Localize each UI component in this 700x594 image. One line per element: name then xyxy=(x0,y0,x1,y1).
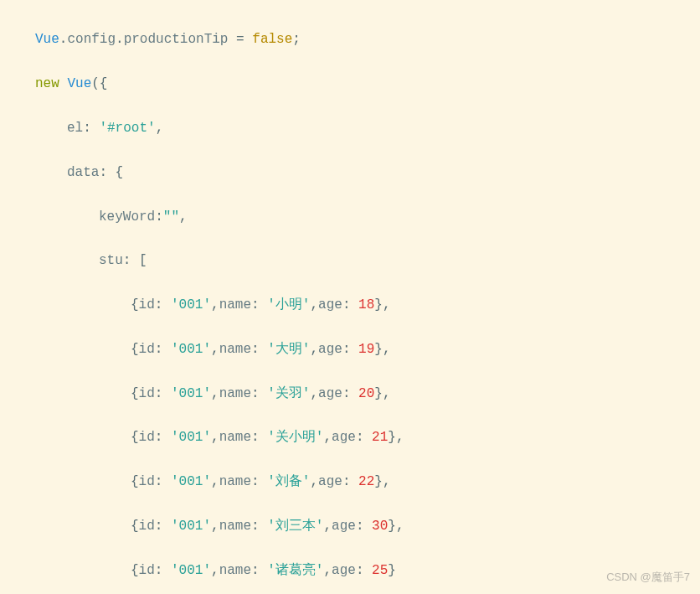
token: { xyxy=(131,519,139,534)
token: : xyxy=(155,342,171,357)
token: name xyxy=(219,519,251,534)
token: id xyxy=(139,430,155,445)
token: : xyxy=(251,342,267,357)
token: id xyxy=(139,519,155,534)
token: data xyxy=(67,165,99,180)
token: el xyxy=(67,121,83,136)
token: age xyxy=(332,430,356,445)
token: , xyxy=(310,342,318,357)
token: id xyxy=(139,297,155,312)
token: keyWord xyxy=(99,209,155,225)
token: age xyxy=(318,474,342,489)
token: , xyxy=(211,386,219,401)
token: "" xyxy=(163,209,179,225)
token: : xyxy=(251,563,267,578)
token: : xyxy=(155,474,171,489)
token: config xyxy=(67,32,116,47)
token: : xyxy=(251,430,267,445)
token: : xyxy=(251,474,267,489)
token: productionTip xyxy=(124,32,229,47)
token: , xyxy=(310,297,318,312)
token: = xyxy=(228,32,252,47)
token: }, xyxy=(374,474,390,489)
token: '001' xyxy=(171,474,211,489)
token: : xyxy=(356,430,372,445)
code-line: new Vue({ xyxy=(3,73,697,95)
token: 19 xyxy=(358,342,374,357)
token: : xyxy=(155,430,171,445)
token: }, xyxy=(374,297,390,312)
token: : xyxy=(342,386,358,401)
token: }, xyxy=(374,342,390,357)
watermark: CSDN @魔笛手7 xyxy=(606,568,690,586)
token: '刘备' xyxy=(267,474,310,489)
token: : xyxy=(342,342,358,357)
token: }, xyxy=(374,386,390,401)
token: : [ xyxy=(123,253,147,268)
code-line: keyWord:"", xyxy=(3,206,697,228)
token: , xyxy=(310,474,318,489)
code-line: {id: '001',name: '大明',age: 19}, xyxy=(3,338,697,360)
token: id xyxy=(139,474,155,489)
token: , xyxy=(323,430,332,445)
token: 22 xyxy=(358,474,374,489)
token: '小明' xyxy=(267,297,310,312)
token: age xyxy=(318,386,342,401)
code-line: {id: '001',name: '刘三本',age: 30}, xyxy=(3,515,697,537)
code-line: {id: '001',name: '诸葛亮',age: 25} xyxy=(3,560,697,581)
token: Vue xyxy=(35,32,59,47)
token: 18 xyxy=(358,297,374,312)
token: : xyxy=(342,297,358,312)
token: , xyxy=(211,297,219,312)
token: 25 xyxy=(372,563,388,578)
token: { xyxy=(131,342,139,357)
code-line: stu: [ xyxy=(3,250,697,271)
token: id xyxy=(139,386,155,401)
token: } xyxy=(388,563,396,578)
token: , xyxy=(179,209,188,225)
token: name xyxy=(219,342,251,357)
token: false xyxy=(252,32,292,47)
token: , xyxy=(211,430,219,445)
token: Vue xyxy=(67,76,91,91)
token: , xyxy=(211,342,219,357)
token: ({ xyxy=(91,76,107,91)
token xyxy=(59,76,68,91)
token: '001' xyxy=(171,563,211,578)
token: : xyxy=(155,209,163,225)
token: : xyxy=(155,563,171,578)
token: , xyxy=(156,121,164,136)
token: '001' xyxy=(171,386,211,401)
token: , xyxy=(211,474,219,489)
token: , xyxy=(310,386,318,401)
token: age xyxy=(318,342,342,357)
token: name xyxy=(219,563,251,578)
token: : xyxy=(251,519,267,534)
token: : xyxy=(356,563,372,578)
token: '001' xyxy=(171,430,211,445)
token: '001' xyxy=(171,297,211,312)
token: { xyxy=(131,474,139,489)
token: : xyxy=(155,297,171,312)
token: : xyxy=(251,386,267,401)
token: : xyxy=(342,474,358,489)
token: name xyxy=(219,430,251,445)
token: id xyxy=(139,342,155,357)
token: '001' xyxy=(171,519,211,534)
token: . xyxy=(59,32,68,47)
token: }, xyxy=(388,430,404,445)
token: stu xyxy=(99,253,123,268)
token: { xyxy=(131,297,139,312)
token: age xyxy=(318,297,342,312)
code-block: Vue.config.productionTip = false; new Vu… xyxy=(3,7,697,594)
token: : xyxy=(155,519,171,534)
token: : { xyxy=(99,165,123,180)
token: '诸葛亮' xyxy=(267,563,323,578)
token: }, xyxy=(388,519,404,534)
token: age xyxy=(332,563,356,578)
token: age xyxy=(332,519,356,534)
token: ; xyxy=(292,32,301,47)
token: 30 xyxy=(372,519,388,534)
code-line: data: { xyxy=(3,162,697,183)
token: name xyxy=(219,386,251,401)
